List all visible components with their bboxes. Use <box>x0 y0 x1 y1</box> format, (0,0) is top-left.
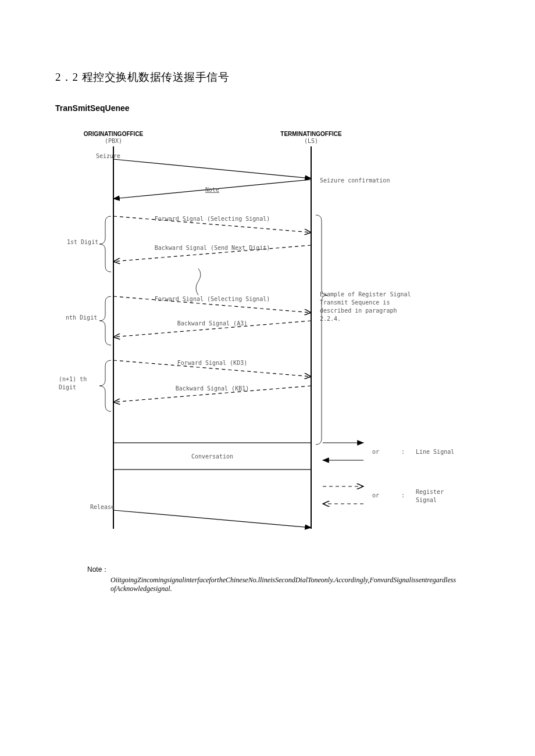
svg-line-15 <box>113 510 311 528</box>
signal-fwd-select-2: Forward Signal (Selecting Signal) <box>155 296 270 302</box>
sequence-diagram: ORIGINATINGOFFICE (PBX) TERMINATINGOFFIC… <box>55 129 480 547</box>
signal-bwd-a3: Backward Signal (A3) <box>177 320 247 327</box>
section-heading: 2．2程控交换机数据传送握手信号 <box>55 70 480 85</box>
signal-bwd-kb1: Backward Signal (KB1) <box>176 385 249 392</box>
side-example-l1: Example of Register Signal <box>320 291 411 298</box>
label-1st-digit: 1st Digit <box>67 239 98 245</box>
subheading: TranSmitSeqUenee <box>55 103 480 113</box>
terminating-title: TERMINATINGOFFICE <box>280 131 342 137</box>
legend-colon-2: : <box>401 492 405 499</box>
conversation-label: Conversation <box>191 453 233 460</box>
side-seizure-confirm: Seizure confirmation <box>320 177 390 184</box>
note-label: Note： <box>87 565 480 575</box>
legend-colon-1: : <box>401 449 405 455</box>
legend-signal: Signal <box>416 497 437 503</box>
note-text: OiitgoingZincomingsignalinterfacefortheC… <box>110 576 459 593</box>
label-n1-digit-a: (n+1) th <box>59 376 87 382</box>
label-n1-digit-b: Digit <box>59 384 76 390</box>
side-example-l3: described in paragraph <box>320 307 397 314</box>
signal-fwd-select-1: Forward Signal (Selecting Signal) <box>155 216 270 222</box>
note-block: Note： OiitgoingZincomingsignalinterfacef… <box>87 565 480 593</box>
label-release: Release <box>90 504 115 510</box>
legend-line-signal: Line Signal <box>416 449 454 455</box>
signal-bwd-sendnext: Backward Signal (Send Next Digit) <box>155 245 270 251</box>
terminating-sub: (LS) <box>304 138 318 144</box>
heading-title: 程控交换机数据传送握手信号 <box>82 71 230 83</box>
legend-or-1: or <box>372 449 379 455</box>
originating-sub: (PBX) <box>105 138 122 144</box>
originating-title: ORIGINATINGOFFICE <box>84 131 144 137</box>
legend-register: Register <box>416 489 444 495</box>
side-example-l4: 2.2.4. <box>320 316 341 322</box>
side-example-l2: Transmit Sequence is <box>320 299 390 306</box>
signal-note: Note <box>205 187 219 193</box>
label-seizure: Seizure <box>96 153 120 159</box>
heading-number: 2．2 <box>55 71 79 83</box>
svg-line-2 <box>113 159 311 178</box>
legend-or-2: or <box>372 492 379 499</box>
label-nth-digit: nth Digit <box>66 314 97 321</box>
signal-fwd-kd3: Forward Signal (KD3) <box>177 360 247 366</box>
